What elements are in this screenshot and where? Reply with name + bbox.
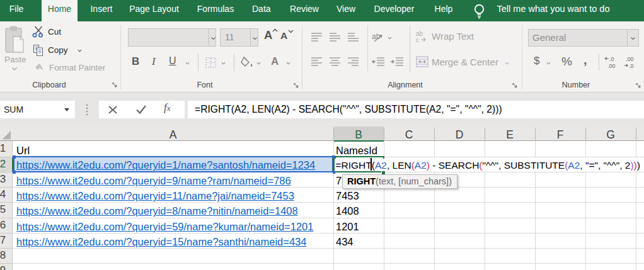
svg-text:.0: .0: [629, 63, 634, 69]
svg-text:c: c: [416, 37, 419, 43]
svg-text:.00: .00: [626, 56, 634, 62]
svg-text:.00: .00: [607, 63, 616, 69]
svg-text:.0: .0: [609, 56, 614, 62]
